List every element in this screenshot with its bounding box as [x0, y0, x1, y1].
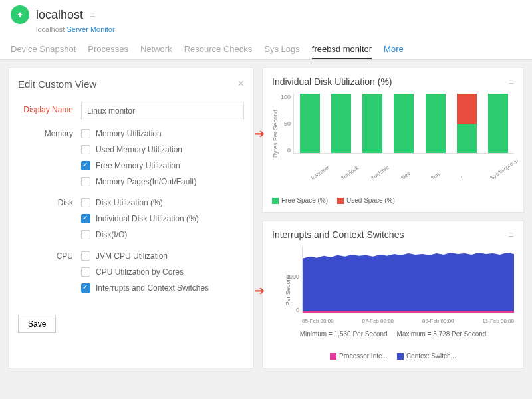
display-name-label: Display Name [18, 102, 81, 114]
option-label: Memory Pages(In/Out/Fault) [96, 177, 196, 186]
bars-area [293, 94, 514, 154]
host-title: localhost [36, 8, 83, 22]
tab-device-snapshot[interactable]: Device Snapshot [11, 40, 76, 59]
checkbox[interactable] [81, 129, 90, 138]
checkbox[interactable] [81, 283, 90, 293]
option-label: Free Memory Utilization [96, 161, 180, 170]
checkbox[interactable] [81, 267, 90, 277]
app-header: localhost ≡ localhost Server Monitor Dev… [0, 0, 532, 60]
menu-icon[interactable]: ≡ [509, 76, 514, 87]
breadcrumb-section[interactable]: Server Monitor [66, 25, 114, 33]
bar [488, 94, 508, 153]
tab-more[interactable]: More [384, 40, 404, 59]
group-label-disk: Disk [18, 195, 81, 207]
display-name-input[interactable] [81, 102, 244, 120]
chart-legend: Free Space (%) Used Space (%) [272, 197, 514, 204]
option-label: Individual Disk Utilization (%) [96, 214, 199, 223]
chart-stats: Minimum = 1,530 Per Second Maximum = 5,7… [272, 331, 514, 338]
tab-network[interactable]: Network [140, 40, 172, 59]
chart-legend: Processor Inte... Context Switch... [272, 352, 514, 360]
chart-title: Individual Disk Utilization (%) [272, 76, 392, 87]
checkbox[interactable] [81, 214, 90, 223]
status-up-icon [11, 5, 29, 24]
bar [426, 94, 446, 153]
option-label: Disk(I/O) [96, 230, 127, 239]
charts-column: Individual Disk Utilization (%) ≡ Bytes … [262, 68, 524, 368]
breadcrumb-host[interactable]: localhost [36, 25, 65, 33]
bar [300, 94, 320, 153]
arrow-icon: ➔ [255, 283, 265, 298]
y-axis-label: Bytes Per Second [272, 110, 279, 158]
checkbox[interactable] [81, 198, 90, 207]
chart-title: Interrupts and Context Switches [272, 229, 404, 240]
tab-bar: Device Snapshot Processes Network Resour… [11, 40, 521, 59]
tab-resource-checks[interactable]: Resource Checks [184, 40, 253, 59]
hamburger-icon[interactable]: ≡ [90, 9, 95, 20]
option-label: CPU Utilization by Cores [96, 267, 184, 277]
x-axis-labels: 05-Feb 00:00 07-Feb 00:00 09-Feb 00:00 1… [302, 318, 514, 324]
option-label: Interrupts and Context Switches [96, 283, 209, 293]
memory-options: Memory Utilization Used Memory Utilizati… [81, 126, 244, 190]
group-label-memory: Memory [18, 126, 81, 138]
option-label: Used Memory Utilization [96, 145, 182, 154]
edit-custom-view-panel: Edit Custom View × Display Name Memory M… [8, 68, 254, 368]
checkbox[interactable] [81, 161, 90, 170]
option-label: JVM CPU Utilization [96, 251, 168, 261]
disk-utilization-chart: Individual Disk Utilization (%) ≡ Bytes … [262, 68, 524, 213]
disk-options: Disk Utilization (%) Individual Disk Uti… [81, 195, 244, 243]
checkbox[interactable] [81, 230, 90, 239]
checkbox[interactable] [81, 251, 90, 261]
panel-title: Edit Custom View [18, 78, 96, 90]
tab-sys-logs[interactable]: Sys Logs [264, 40, 299, 59]
tab-processes[interactable]: Processes [88, 40, 128, 59]
area-plot [302, 247, 514, 313]
y-axis-ticks: 4000 0 [282, 247, 299, 313]
checkbox[interactable] [81, 145, 90, 154]
bar [394, 94, 414, 153]
save-button[interactable]: Save [18, 315, 56, 333]
menu-icon[interactable]: ≡ [509, 229, 514, 240]
bar [457, 94, 477, 153]
bar [362, 94, 382, 153]
group-label-cpu: CPU [18, 248, 81, 261]
bar [331, 94, 351, 153]
tab-freebsd-monitor[interactable]: freebsd monitor [312, 40, 372, 59]
option-label: Memory Utilization [96, 129, 162, 138]
interrupts-chart: Interrupts and Context Switches ≡ Per Se… [262, 221, 524, 368]
breadcrumb: localhost Server Monitor [36, 25, 521, 33]
arrow-icon: ➔ [255, 126, 265, 141]
option-label: Disk Utilization (%) [96, 198, 163, 207]
x-axis-labels: /run/user /run/lock /run/shm /dev /run /… [305, 176, 514, 182]
cpu-options: JVM CPU Utilization CPU Utilization by C… [81, 248, 244, 296]
content-area: ➔ ➔ Edit Custom View × Display Name Memo… [0, 60, 532, 376]
close-icon[interactable]: × [238, 78, 244, 90]
checkbox[interactable] [81, 177, 90, 186]
y-axis-ticks: 100 50 0 [279, 94, 293, 154]
